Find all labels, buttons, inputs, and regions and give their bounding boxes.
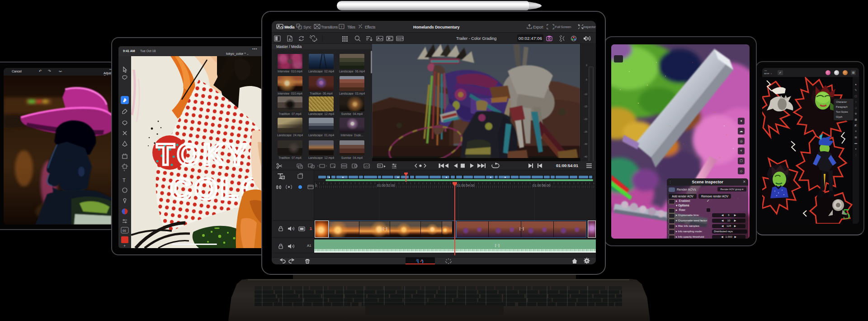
svg-text:+: + (123, 244, 126, 248)
svg-text:5: 5 (843, 206, 850, 222)
svg-text:66: 66 (123, 229, 126, 232)
svg-text:T: T (123, 177, 126, 183)
svg-text:T: T (340, 25, 343, 29)
